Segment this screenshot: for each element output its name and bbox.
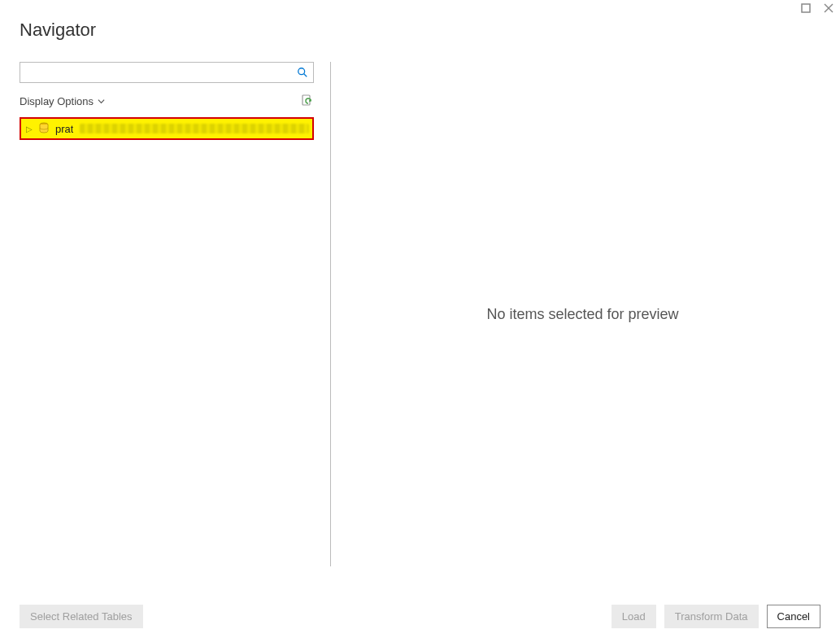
svg-line-4 (304, 74, 307, 77)
cancel-button[interactable]: Cancel (767, 605, 820, 628)
display-options-label: Display Options (20, 95, 94, 107)
display-options-dropdown[interactable]: Display Options (20, 95, 105, 107)
select-related-tables-button[interactable]: Select Related Tables (20, 605, 143, 628)
preview-area: No items selected for preview (342, 62, 824, 566)
panel-divider (330, 62, 331, 566)
transform-data-button[interactable]: Transform Data (664, 605, 759, 628)
search-icon[interactable] (292, 67, 313, 78)
tree: ▷ prat (20, 117, 314, 140)
tree-item-label: prat (55, 123, 73, 135)
load-button[interactable]: Load (612, 605, 656, 628)
svg-rect-0 (802, 4, 810, 12)
search-box[interactable] (20, 62, 314, 83)
maximize-icon[interactable] (801, 3, 811, 13)
refresh-icon[interactable] (301, 94, 314, 107)
svg-point-3 (298, 68, 305, 75)
tree-item-label-redacted (80, 124, 309, 133)
chevron-down-icon (98, 95, 105, 107)
page-title: Navigator (20, 20, 96, 41)
search-input[interactable] (20, 63, 292, 82)
expand-icon[interactable]: ▷ (26, 125, 33, 133)
preview-empty-message: No items selected for preview (486, 306, 678, 323)
tree-item-database[interactable]: ▷ prat (20, 117, 314, 140)
close-icon[interactable] (824, 3, 833, 13)
left-panel: Display Options ▷ prat (20, 62, 314, 140)
database-icon (39, 122, 49, 136)
